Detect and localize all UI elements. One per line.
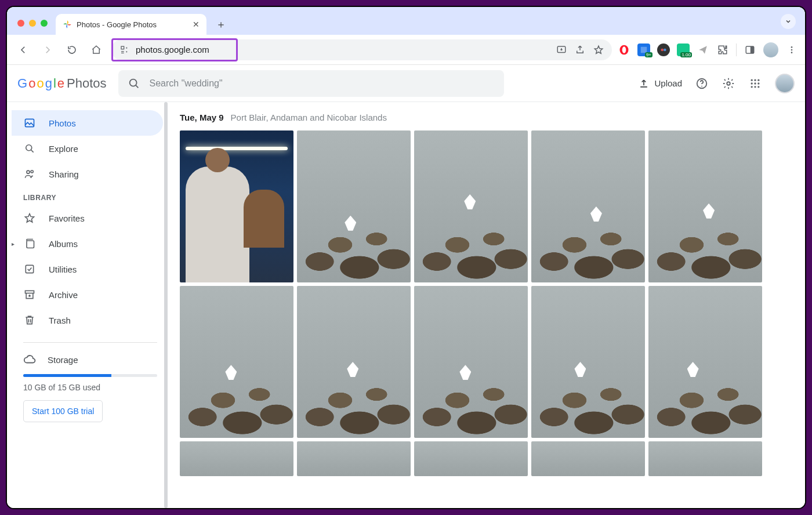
sidebar-item-label: Favorites <box>49 213 85 223</box>
sidebar-item-label: Sharing <box>49 169 79 179</box>
sidebar-item-label: Explore <box>49 144 78 154</box>
svg-point-29 <box>757 86 759 88</box>
window-controls <box>17 20 48 27</box>
photo-thumbnail[interactable] <box>297 130 411 282</box>
svg-line-32 <box>31 150 34 153</box>
photo-thumbnail[interactable] <box>414 441 528 476</box>
svg-point-31 <box>26 145 32 151</box>
address-bar[interactable]: photos.google.com <box>111 39 612 60</box>
home-button[interactable] <box>87 41 106 59</box>
settings-gear-icon[interactable] <box>722 77 735 90</box>
apps-grid-icon[interactable] <box>748 77 762 90</box>
trash-icon <box>23 314 36 327</box>
extension-opera-icon[interactable] <box>618 43 630 56</box>
profile-avatar[interactable] <box>763 42 778 57</box>
search-icon <box>128 77 140 90</box>
svg-point-33 <box>27 171 30 173</box>
svg-point-13 <box>791 46 793 48</box>
photo-thumbnail[interactable] <box>648 286 762 438</box>
svg-point-34 <box>31 171 33 173</box>
tab-close-icon[interactable]: ✕ <box>193 20 200 29</box>
sidebar-item-explore[interactable]: Explore <box>12 136 163 161</box>
date-header: Tue, May 9 Port Blair, Andaman and Nicob… <box>180 113 795 122</box>
share-icon[interactable] <box>575 45 585 55</box>
sidebar-item-label: Albums <box>49 239 78 249</box>
account-avatar[interactable] <box>775 74 795 93</box>
tab-strip: Photos - Google Photos ✕ ＋ <box>7 7 805 35</box>
extension-paper-plane-icon[interactable] <box>697 43 709 56</box>
logo-suffix: Photos <box>67 76 107 91</box>
start-trial-button[interactable]: Start 100 GB trial <box>23 400 103 422</box>
photo-thumbnail[interactable] <box>414 286 528 438</box>
sidebar-item-favorites[interactable]: Favorites <box>12 205 163 231</box>
extension-dark-icon[interactable] <box>657 43 670 56</box>
sidebar-item-photos[interactable]: Photos <box>12 110 163 136</box>
sidebar-item-albums[interactable]: ▸ Albums <box>12 231 163 256</box>
extension-blue-icon[interactable]: 9+ <box>637 43 650 56</box>
svg-point-28 <box>754 86 756 88</box>
forward-button[interactable] <box>38 41 57 59</box>
site-settings-icon[interactable] <box>119 45 130 55</box>
bookmark-star-icon[interactable] <box>593 45 604 55</box>
sidebar-divider <box>23 342 157 343</box>
upload-button[interactable]: Upload <box>638 78 682 89</box>
storage-progress-fill <box>23 374 111 377</box>
new-tab-button[interactable]: ＋ <box>212 16 230 33</box>
google-photos-logo[interactable]: Google Photos <box>17 76 107 91</box>
sidebar-item-label: Archive <box>49 290 78 300</box>
albums-icon <box>23 237 36 250</box>
toolbar: photos.google.com 9+ <box>7 35 805 65</box>
chevron-right-icon[interactable]: ▸ <box>12 241 14 247</box>
maximize-window-button[interactable] <box>41 20 48 27</box>
photo-thumbnail[interactable] <box>531 130 645 282</box>
photo-thumbnail[interactable] <box>648 441 762 476</box>
browser-window: Photos - Google Photos ✕ ＋ photos.google… <box>6 6 806 509</box>
reload-button[interactable] <box>63 41 81 59</box>
svg-point-24 <box>751 82 753 84</box>
tabs-dropdown-button[interactable] <box>781 14 796 29</box>
extension-blue-badge: 9+ <box>645 52 652 57</box>
svg-point-14 <box>791 49 793 50</box>
photo-thumbnail[interactable] <box>180 286 293 438</box>
close-window-button[interactable] <box>17 20 24 27</box>
search-input[interactable] <box>148 78 495 89</box>
photo-thumbnail[interactable] <box>297 441 411 476</box>
extensions-row: 9+ 1.00 <box>618 42 798 57</box>
browser-tab[interactable]: Photos - Google Photos ✕ <box>56 14 206 35</box>
photo-thumbnail[interactable] <box>297 286 411 438</box>
search-box[interactable] <box>118 70 504 97</box>
chrome-menu-icon[interactable] <box>785 43 798 56</box>
install-app-icon[interactable] <box>556 45 567 55</box>
photo-thumbnail[interactable] <box>648 130 762 282</box>
photo-grid-area[interactable]: Tue, May 9 Port Blair, Andaman and Nicob… <box>169 102 805 508</box>
search-icon <box>23 142 36 155</box>
photo-thumbnail[interactable] <box>531 286 645 438</box>
svg-point-27 <box>751 86 753 88</box>
photo-thumbnail[interactable] <box>414 130 528 282</box>
app-main: Photos Explore Sharing LIBRARY <box>7 102 805 508</box>
sidebar-item-archive[interactable]: Archive <box>12 282 163 307</box>
back-button[interactable] <box>14 41 32 59</box>
sidebar-item-label: Trash <box>49 315 71 325</box>
svg-point-19 <box>701 85 702 86</box>
photo-thumbnail[interactable] <box>531 441 645 476</box>
sidebar: Photos Explore Sharing LIBRARY <box>7 102 169 508</box>
svg-point-20 <box>727 82 730 85</box>
sidebar-item-storage[interactable]: Storage <box>12 353 169 366</box>
svg-point-25 <box>754 82 756 84</box>
extension-grammarly-icon[interactable]: 1.00 <box>677 43 690 56</box>
svg-point-16 <box>129 79 136 86</box>
cloud-icon <box>23 353 36 366</box>
app-header: Google Photos Upload <box>7 65 805 102</box>
sidebar-item-sharing[interactable]: Sharing <box>12 161 163 187</box>
sidebar-item-trash[interactable]: Trash <box>12 307 163 333</box>
favicon-google-photos-icon <box>63 20 72 29</box>
side-panel-icon[interactable] <box>744 43 756 56</box>
photo-thumbnail[interactable] <box>180 130 293 282</box>
minimize-window-button[interactable] <box>29 20 36 27</box>
photo-thumbnail[interactable] <box>180 441 293 476</box>
help-icon[interactable] <box>695 77 709 90</box>
sidebar-item-utilities[interactable]: Utilities <box>12 256 163 282</box>
extensions-puzzle-icon[interactable] <box>716 43 729 56</box>
photos-icon <box>23 117 36 129</box>
